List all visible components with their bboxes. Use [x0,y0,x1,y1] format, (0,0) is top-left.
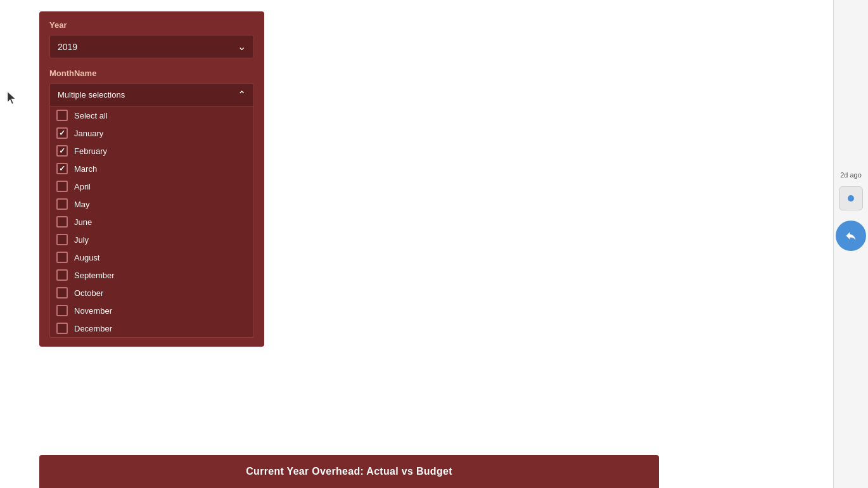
filter-panel: Year 2019 ⌄ MonthName Multiple selection… [39,11,264,347]
reply-button[interactable] [836,221,866,251]
year-value: 2019 [58,42,77,52]
month-section-label: MonthName [49,68,254,78]
month-item[interactable]: March [50,160,253,177]
month-checkbox [56,234,68,245]
month-checkbox [56,216,68,228]
month-item[interactable]: January [50,124,253,142]
month-label: June [74,217,92,227]
month-label: November [74,306,112,316]
month-checkbox [56,163,68,174]
right-panel: 2d ago [833,0,868,488]
year-dropdown-chevron: ⌄ [238,41,246,53]
reply-icon [845,229,857,242]
month-checkbox [56,269,68,281]
month-item[interactable]: May [50,195,253,213]
month-item[interactable]: December [50,319,253,337]
chart-bar: Current Year Overhead: Actual vs Budget [39,455,659,488]
month-checkbox [56,145,68,157]
multi-select-chevron: ⌃ [238,89,246,101]
month-list: Select allJanuaryFebruaryMarchAprilMayJu… [49,106,254,338]
chart-title: Current Year Overhead: Actual vs Budget [246,466,452,477]
month-label: Select all [74,111,108,120]
month-item[interactable]: August [50,248,253,266]
indicator-button[interactable] [839,186,863,210]
year-section-label: Year [49,20,254,30]
month-item[interactable]: June [50,213,253,231]
month-label: July [74,235,89,245]
multi-select-label: Multiple selections [58,90,125,100]
month-label: August [74,253,99,262]
month-item[interactable]: April [50,177,253,195]
timestamp-label: 2d ago [840,171,862,179]
indicator-dot [848,195,854,202]
month-label: April [74,182,91,191]
month-label: December [74,324,112,333]
month-checkbox [56,252,68,263]
month-checkbox [56,198,68,210]
month-label: March [74,164,97,174]
month-checkbox [56,287,68,299]
year-dropdown[interactable]: 2019 ⌄ [49,35,254,58]
month-checkbox [56,181,68,192]
multi-select-header[interactable]: Multiple selections ⌃ [49,83,254,106]
month-checkbox [56,305,68,316]
month-item[interactable]: July [50,231,253,248]
month-item[interactable]: October [50,284,253,302]
month-label: January [74,129,103,138]
month-checkbox [56,110,68,121]
month-item[interactable]: February [50,142,253,160]
month-item[interactable]: Select all [50,106,253,124]
month-item[interactable]: November [50,302,253,319]
month-label: May [74,200,90,209]
month-label: October [74,288,103,298]
month-label: February [74,146,107,156]
month-checkbox [56,127,68,139]
month-checkbox [56,323,68,334]
month-label: September [74,271,115,280]
month-item[interactable]: September [50,266,253,284]
